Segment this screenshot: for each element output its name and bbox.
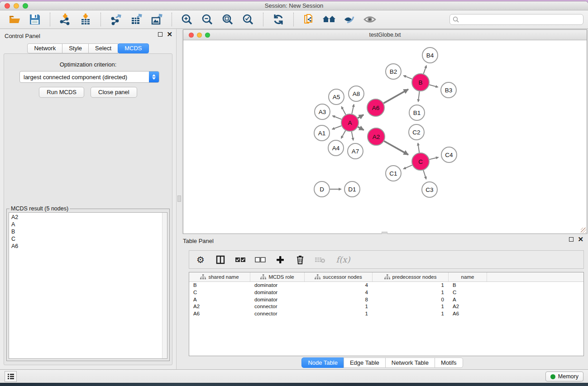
node-A[interactable]: A [341,114,359,131]
mcds-result-list[interactable]: A2ABCA6 [9,212,167,359]
result-item-c[interactable]: C [9,235,167,243]
edge-B-B1[interactable] [418,91,420,102]
edge-A-A6[interactable] [358,115,363,118]
node-A1[interactable]: A1 [314,125,330,141]
column-header-successor-nodes[interactable]: successor nodes [305,272,373,281]
select-all-button[interactable] [234,253,247,267]
deselect-all-button[interactable] [253,253,267,267]
run-mcds-button[interactable]: Run MCDS [39,87,84,98]
float-table-panel-icon[interactable] [569,237,574,242]
edge-A2-C[interactable] [384,141,408,155]
import-table-button[interactable] [77,12,94,27]
result-item-a2[interactable]: A2 [9,214,167,221]
edge-C-C4[interactable] [429,157,438,160]
delete-table-button[interactable] [313,253,327,267]
tab-style[interactable]: Style [62,43,89,53]
home-views-button[interactable] [321,12,337,27]
table-row-b[interactable]: Bdominator41B [189,282,583,289]
node-table[interactable]: shared nameMCDS rolesuccessor nodesprede… [189,272,584,356]
table-row-a6[interactable]: A6connector11A6 [189,310,583,318]
delete-column-button[interactable] [293,253,307,267]
task-history-button[interactable] [5,371,17,382]
export-image-button[interactable] [148,12,165,27]
edge-A-A5[interactable] [341,106,346,114]
edge-B-B3[interactable] [429,85,438,87]
column-header-name[interactable]: name [449,272,487,281]
column-header-MCDS-role[interactable]: MCDS role [250,272,305,281]
minimize-window-button[interactable] [14,3,19,9]
node-C2[interactable]: C2 [409,124,424,140]
edge-C-C3[interactable] [423,170,426,179]
zoom-window-button[interactable] [23,3,28,9]
zoom-selected-button[interactable] [240,12,256,27]
vertical-splitter-handle[interactable] [177,195,181,202]
column-header-shared-name[interactable]: shared name [189,272,250,281]
node-A6[interactable]: A6 [367,99,384,116]
node-A8[interactable]: A8 [349,86,364,101]
node-B3[interactable]: B3 [441,82,456,98]
result-scrollbar[interactable] [162,213,167,358]
node-A7[interactable]: A7 [348,143,363,159]
edge-A-A3[interactable] [332,116,341,119]
node-D1[interactable]: D1 [344,181,360,197]
tab-select[interactable]: Select [88,43,118,53]
node-C4[interactable]: C4 [441,147,457,162]
tab-network-table[interactable]: Network Table [385,357,435,368]
tab-motifs[interactable]: Motifs [435,357,463,368]
node-A3[interactable]: A3 [315,104,330,119]
criterion-dropdown[interactable]: largest connected component (directed) [19,71,159,83]
column-header-predecessor-nodes[interactable]: predecessor nodes [373,272,449,281]
close-window-button[interactable] [5,3,10,9]
node-A2[interactable]: A2 [368,128,385,145]
tab-node-table[interactable]: Node Table [301,357,344,368]
node-B2[interactable]: B2 [386,64,401,79]
edge-A-A1[interactable] [332,126,342,129]
edge-C-C2[interactable] [418,143,419,152]
node-B1[interactable]: B1 [409,105,425,120]
edge-A6-B[interactable] [383,89,408,103]
zoom-in-button[interactable] [179,12,195,27]
zoom-fit-button[interactable] [220,12,236,27]
tab-edge-table[interactable]: Edge Table [344,357,386,368]
minimize-network-button[interactable] [197,33,202,38]
refresh-button[interactable] [270,12,287,27]
open-session-button[interactable] [6,12,23,27]
dropdown-stepper-icon[interactable] [149,71,159,82]
node-B4[interactable]: B4 [422,48,438,63]
result-item-a6[interactable]: A6 [9,243,167,250]
node-C1[interactable]: C1 [386,166,401,181]
window-resize-grip[interactable] [581,228,586,233]
edge-B-B4[interactable] [424,66,426,74]
tab-mcds[interactable]: MCDS [118,43,148,53]
save-session-button[interactable] [27,12,43,27]
copy-style-button[interactable] [301,12,317,27]
export-table-button[interactable] [128,12,144,27]
table-row-c[interactable]: Cdominator41C [189,289,583,296]
search-input[interactable] [461,16,580,23]
export-network-button[interactable] [108,12,124,27]
edge-B-B2[interactable] [403,76,412,79]
node-C[interactable]: C [412,153,429,170]
node-B[interactable]: B [412,74,429,91]
network-canvas[interactable]: B4B2BB3A8A5A6A3B1AC2A1A2A4A7C4CC1DD1C3 [183,40,587,234]
close-panel-icon[interactable]: ✕ [167,32,172,37]
table-row-a2[interactable]: A2connector11A2 [189,303,583,310]
memory-button[interactable]: Memory [545,372,583,381]
column-view-button[interactable] [214,253,227,267]
zoom-network-button[interactable] [205,33,210,38]
table-settings-button[interactable]: ⚙ [194,253,207,267]
close-network-button[interactable] [189,33,194,38]
edge-A-A2[interactable] [358,127,364,130]
add-column-button[interactable] [273,253,287,267]
close-panel-button[interactable]: Close panel [91,87,137,98]
float-panel-icon[interactable] [158,32,163,37]
hide-panel-button[interactable] [341,12,358,27]
result-item-b[interactable]: B [9,228,167,235]
node-A4[interactable]: A4 [328,140,344,156]
network-graph[interactable]: B4B2BB3A8A5A6A3B1AC2A1A2A4A7C4CC1DD1C3 [183,40,587,233]
edge-A-A8[interactable] [352,104,354,114]
result-item-a[interactable]: A [9,221,167,228]
node-D[interactable]: D [314,181,330,197]
function-builder-button[interactable]: f(x) [333,253,353,267]
node-A5[interactable]: A5 [329,89,344,105]
